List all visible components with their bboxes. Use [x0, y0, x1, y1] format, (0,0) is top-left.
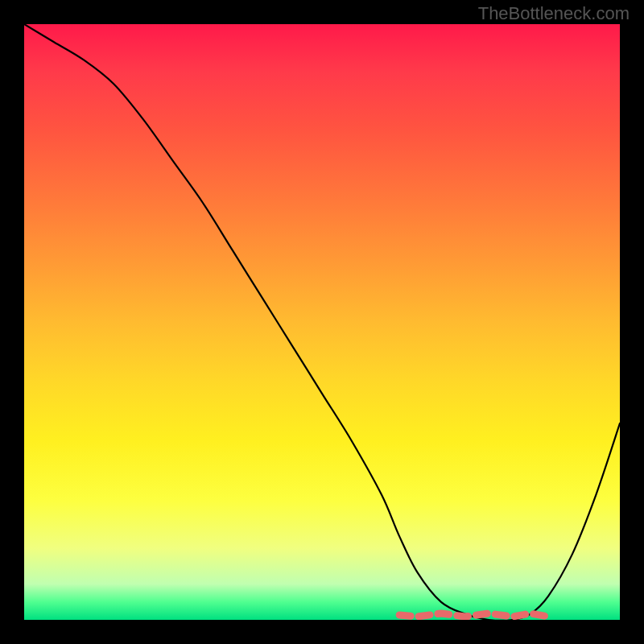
optimal-range-marker-line — [399, 613, 548, 617]
watermark-text: TheBottleneck.com — [478, 3, 630, 24]
chart-svg — [24, 24, 620, 620]
chart-plot-area — [24, 24, 620, 620]
bottleneck-curve-line — [24, 24, 620, 620]
